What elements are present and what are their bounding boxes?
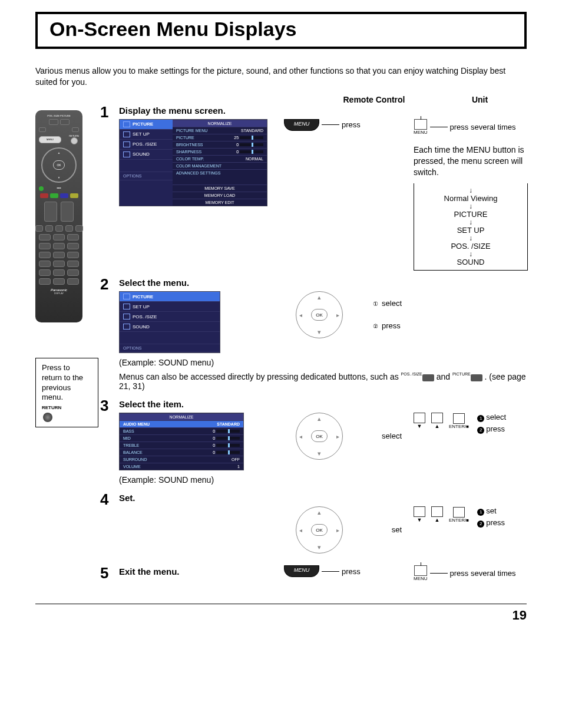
- step-5: 5 Exit the menu. MENU press: [100, 565, 528, 581]
- step-1-number: 1: [100, 104, 119, 120]
- intro-text: Various menus allow you to make settings…: [35, 65, 527, 88]
- step2-press-label: press: [382, 321, 401, 330]
- step3-example-note: (Example: SOUND menu): [119, 475, 278, 485]
- remote-menu-button: MENU: [39, 136, 61, 143]
- step5-rc-action: press: [342, 567, 361, 576]
- remote-control-illustration: POS. /SIZE PICTURE MENU RETURN OK ■■■: [35, 110, 82, 322]
- step-4: 4 Set. ◂▸ OK set: [100, 492, 528, 554]
- return-tip-box: Press to return to the previous menu. RE…: [35, 358, 98, 427]
- return-button-label: RETURN: [42, 405, 92, 411]
- page-number: 19: [35, 608, 527, 623]
- step2-select-label: select: [382, 299, 402, 308]
- remote-top-labels: POS. /SIZE PICTURE: [39, 115, 79, 117]
- column-header-remote: Remote Control: [315, 95, 433, 104]
- step5-unit-action: press several times: [450, 569, 516, 578]
- remote-brand-sub: DISPLAY: [54, 292, 64, 295]
- return-button-icon: [43, 413, 52, 422]
- dpad-diagram-step3: ◂▸ OK: [296, 413, 343, 460]
- column-header-unit: Unit: [433, 95, 527, 104]
- osd-picture-menu: PICTURE SET UP POS. /SIZE SOUND OPTIONS …: [119, 119, 267, 206]
- dpad-diagram: ◂▸ OK: [296, 291, 343, 338]
- page-title: On-Screen Menu Displays: [49, 18, 513, 41]
- step-2-number: 2: [100, 276, 119, 292]
- remote-button-grid: [39, 225, 79, 285]
- step-3-heading: Select the item.: [119, 399, 528, 409]
- menu-button-icon-step5: MENU: [284, 565, 319, 577]
- remote-ok-button: OK: [53, 160, 65, 170]
- step-3-number: 3: [100, 398, 119, 413]
- remote-return-button: [71, 137, 78, 144]
- unit-buttons-step4: ▼ ▲ ENTER/■: [414, 506, 469, 523]
- step2-example-note: (Example: SOUND menu): [119, 358, 528, 367]
- unit-buttons-step3: ▼ ▲ ENTER/■: [414, 413, 469, 429]
- unit-menu-label-step5: MENU: [414, 576, 428, 581]
- step-4-heading: Set.: [119, 493, 528, 503]
- step-5-number: 5: [100, 565, 119, 581]
- step-2-heading: Select the menu.: [119, 278, 528, 288]
- return-tip-text: Press to return to the previous menu.: [42, 363, 92, 403]
- step1-unit-note: Each time the MENU button is pressed, th…: [414, 144, 528, 178]
- unit-menu-button-icon-step5: [414, 565, 427, 576]
- pos-size-button-icon: [422, 374, 434, 381]
- step-4-number: 4: [100, 492, 119, 507]
- unit-menu-button-icon: [414, 119, 427, 130]
- step1-rc-action: press: [342, 120, 361, 129]
- remote-dpad: OK: [41, 147, 77, 183]
- osd-sound-menu: NORMALIZE AUDIO MENUSTANDARD BASS0 MID0 …: [119, 413, 244, 470]
- step4-set-label: set: [392, 525, 402, 534]
- step-2: 2 Select the menu. PICTURE SET UP POS. /…: [100, 276, 528, 392]
- remote-color-buttons: [40, 193, 78, 198]
- picture-button-icon: [471, 374, 482, 381]
- step-3: 3 Select the item. NORMALIZE AUDIO MENUS…: [100, 398, 528, 486]
- osd-menu-list: PICTURE SET UP POS. /SIZE SOUND OPTIONS: [119, 291, 220, 353]
- step2-direct-access-note: Menus can also be accessed directly by p…: [119, 372, 528, 391]
- step-1: 1 Display the menu screen. PICTURE SET U…: [100, 104, 528, 271]
- step-1-heading: Display the menu screen.: [119, 106, 528, 116]
- step3-select-label: select: [382, 431, 402, 440]
- step-5-heading: Exit the menu.: [119, 566, 278, 577]
- page-title-box: On-Screen Menu Displays: [35, 12, 527, 49]
- unit-menu-label: MENU: [414, 130, 428, 135]
- step1-unit-action: press several times: [450, 123, 516, 131]
- menu-button-icon: MENU: [284, 119, 319, 131]
- column-headers: Remote Control Unit: [35, 95, 527, 104]
- menu-flow-diagram: ↓ Normal Viewing ↓ PICTURE ↓ SET UP ↓ PO…: [414, 183, 528, 271]
- dpad-diagram-step4: ◂▸ OK: [296, 506, 343, 554]
